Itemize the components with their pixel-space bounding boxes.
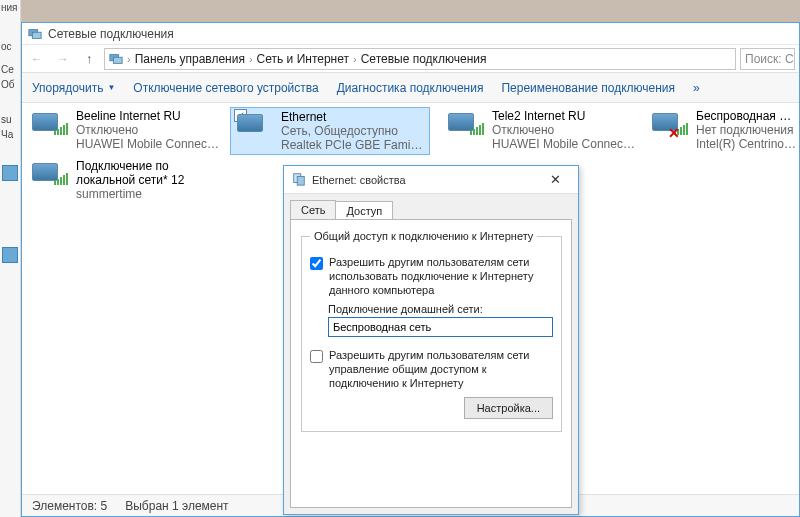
connection-status: Нет подключения bbox=[696, 123, 797, 137]
home-network-label: Подключение домашней сети: bbox=[328, 303, 553, 315]
bg-app-icon bbox=[2, 247, 18, 263]
connection-item[interactable]: ✕ Беспроводная сеть Нет подключения Inte… bbox=[646, 107, 799, 153]
disconnected-icon: ✕ bbox=[668, 125, 680, 141]
rename-button[interactable]: Переименование подключения bbox=[501, 81, 675, 95]
more-commands-button[interactable]: » bbox=[693, 81, 700, 95]
disable-device-button[interactable]: Отключение сетевого устройства bbox=[133, 81, 318, 95]
connection-name: Beeline Internet RU bbox=[76, 109, 222, 123]
dialog-title: Ethernet: свойства bbox=[312, 174, 406, 186]
status-count: Элементов: 5 bbox=[32, 499, 107, 513]
chevron-right-icon[interactable]: › bbox=[247, 53, 255, 65]
connection-item-selected[interactable]: ✓ Ethernet Сеть, Общедоступно Realtek PC… bbox=[230, 107, 430, 155]
connection-status: summertime bbox=[76, 187, 222, 201]
breadcrumb-icon bbox=[109, 52, 123, 66]
ics-legend: Общий доступ к подключению к Интернету bbox=[310, 230, 537, 242]
address-bar: ← → ↑ › Панель управления › Сеть и Интер… bbox=[22, 45, 799, 73]
bg-text: Ча bbox=[0, 127, 20, 142]
connection-item[interactable]: Beeline Internet RU Отключено HUAWEI Mob… bbox=[26, 107, 226, 153]
organize-menu[interactable]: Упорядочить▼ bbox=[32, 81, 115, 95]
connection-name: Tele2 Internet RU bbox=[492, 109, 638, 123]
connection-device: HUAWEI Mobile Connect - 3G Mo... bbox=[492, 137, 638, 151]
background-strip: ния ос Се Об su Ча bbox=[0, 0, 21, 517]
bg-text: Об bbox=[0, 77, 20, 92]
bg-text: ния bbox=[0, 0, 20, 15]
connection-device: Intel(R) Centrino(R) Wireless-N bbox=[696, 137, 797, 151]
settings-button[interactable]: Настройка... bbox=[464, 397, 553, 419]
dialog-titlebar[interactable]: Ethernet: свойства ✕ bbox=[284, 166, 578, 194]
close-button[interactable]: ✕ bbox=[540, 170, 570, 190]
dialog-icon bbox=[292, 172, 306, 188]
diagnose-button[interactable]: Диагностика подключения bbox=[337, 81, 484, 95]
titlebar[interactable]: Сетевые подключения bbox=[22, 23, 799, 45]
dialog-tabs: Сеть Доступ bbox=[284, 194, 578, 219]
nav-forward-button[interactable]: → bbox=[52, 48, 74, 70]
connection-device: Realtek PCIe GBE Family Controller bbox=[281, 138, 425, 152]
breadcrumb-item[interactable]: Сетевые подключения bbox=[361, 52, 487, 66]
breadcrumb-item[interactable]: Панель управления bbox=[135, 52, 245, 66]
bg-text: su bbox=[0, 112, 20, 127]
ethernet-properties-dialog: Ethernet: свойства ✕ Сеть Доступ Общий д… bbox=[283, 165, 579, 515]
adapter-icon bbox=[30, 109, 70, 149]
ics-group: Общий доступ к подключению к Интернету Р… bbox=[301, 230, 562, 432]
tab-body-sharing: Общий доступ к подключению к Интернету Р… bbox=[290, 219, 572, 508]
adapter-icon bbox=[446, 109, 486, 149]
chevron-down-icon: ▼ bbox=[107, 83, 115, 92]
nav-back-button[interactable]: ← bbox=[26, 48, 48, 70]
bg-app-icon bbox=[2, 165, 18, 181]
allow-control-label: Разрешить другим пользователям сети упра… bbox=[329, 349, 553, 390]
search-input[interactable]: Поиск: С bbox=[740, 48, 795, 70]
bg-text: Се bbox=[0, 62, 20, 77]
connection-name: Ethernet bbox=[281, 110, 425, 124]
home-network-input[interactable] bbox=[328, 317, 553, 337]
connection-status: Сеть, Общедоступно bbox=[281, 124, 425, 138]
status-selected: Выбран 1 элемент bbox=[125, 499, 228, 513]
chevron-right-icon[interactable]: › bbox=[125, 53, 133, 65]
connection-status: Отключено bbox=[76, 123, 222, 137]
window-title: Сетевые подключения bbox=[48, 27, 174, 41]
connection-status: Отключено bbox=[492, 123, 638, 137]
adapter-icon: ✕ bbox=[650, 109, 690, 149]
adapter-icon: ✓ bbox=[235, 110, 275, 150]
search-placeholder: Поиск: С bbox=[745, 52, 794, 66]
connection-item[interactable]: Tele2 Internet RU Отключено HUAWEI Mobil… bbox=[442, 107, 642, 153]
bg-text: ос bbox=[0, 39, 20, 54]
svg-rect-5 bbox=[297, 176, 304, 185]
connection-device: HUAWEI Mobile Connect - 3G Mo... bbox=[76, 137, 222, 151]
allow-control-checkbox[interactable] bbox=[310, 350, 323, 363]
connection-name: Подключение по локальной сети* 12 bbox=[76, 159, 222, 187]
chevron-right-icon[interactable]: › bbox=[351, 53, 359, 65]
allow-sharing-checkbox[interactable] bbox=[310, 257, 323, 270]
window-icon bbox=[28, 27, 42, 41]
tab-network[interactable]: Сеть bbox=[290, 200, 336, 219]
tab-sharing[interactable]: Доступ bbox=[335, 201, 393, 220]
svg-rect-1 bbox=[32, 32, 41, 38]
adapter-icon bbox=[30, 159, 70, 199]
command-bar: Упорядочить▼ Отключение сетевого устройс… bbox=[22, 73, 799, 103]
allow-sharing-label: Разрешить другим пользователям сети испо… bbox=[329, 256, 553, 297]
svg-rect-3 bbox=[113, 57, 122, 63]
breadcrumb-item[interactable]: Сеть и Интернет bbox=[257, 52, 349, 66]
nav-up-button[interactable]: ↑ bbox=[78, 48, 100, 70]
connection-item[interactable]: Подключение по локальной сети* 12 summer… bbox=[26, 157, 226, 203]
connection-name: Беспроводная сеть bbox=[696, 109, 797, 123]
breadcrumb[interactable]: › Панель управления › Сеть и Интернет › … bbox=[104, 48, 736, 70]
